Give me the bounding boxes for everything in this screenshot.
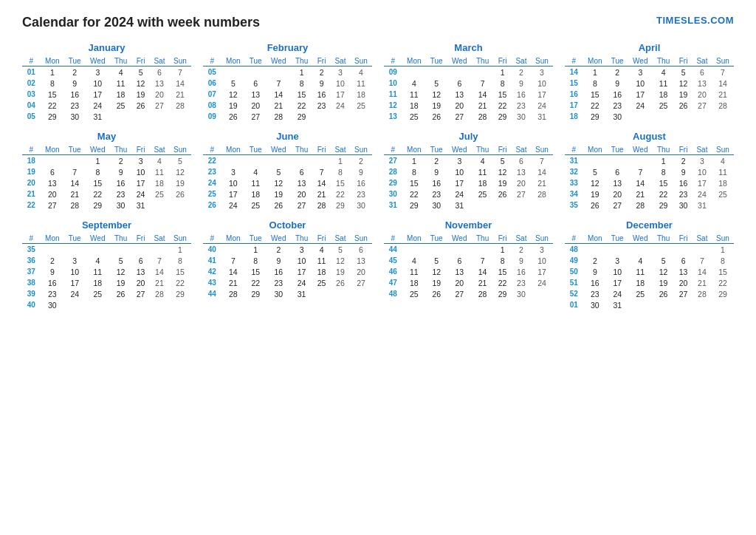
day-cell[interactable]: 5 — [426, 78, 447, 89]
day-cell[interactable]: 25 — [628, 288, 653, 299]
day-cell[interactable]: 23 — [41, 288, 64, 299]
day-cell[interactable]: 31 — [607, 299, 628, 310]
day-cell[interactable]: 2 — [110, 155, 131, 167]
day-cell[interactable]: 4 — [712, 155, 734, 167]
day-cell[interactable]: 27 — [693, 100, 712, 111]
day-cell[interactable]: 9 — [512, 255, 531, 266]
day-cell[interactable]: 18 — [86, 277, 110, 288]
day-cell[interactable]: 11 — [402, 89, 426, 100]
day-cell[interactable]: 20 — [150, 89, 169, 100]
day-cell[interactable]: 30 — [110, 200, 131, 211]
day-cell[interactable]: 29 — [583, 111, 607, 122]
day-cell[interactable]: 10 — [291, 255, 312, 266]
day-cell[interactable]: 26 — [131, 100, 150, 111]
day-cell[interactable]: 16 — [110, 177, 131, 188]
day-cell[interactable]: 1 — [712, 244, 734, 256]
day-cell[interactable]: 27 — [447, 111, 472, 122]
day-cell[interactable]: 7 — [150, 255, 169, 266]
day-cell[interactable]: 19 — [493, 177, 512, 188]
day-cell[interactable]: 9 — [512, 78, 531, 89]
day-cell[interactable]: 26 — [426, 111, 447, 122]
day-cell[interactable]: 11 — [402, 266, 426, 277]
day-cell[interactable]: 25 — [653, 100, 674, 111]
day-cell[interactable]: 14 — [267, 89, 291, 100]
day-cell[interactable]: 7 — [472, 78, 493, 89]
day-cell[interactable]: 6 — [447, 255, 472, 266]
day-cell[interactable]: 9 — [583, 266, 607, 277]
day-cell[interactable]: 25 — [86, 288, 110, 299]
day-cell[interactable]: 18 — [402, 100, 426, 111]
day-cell[interactable]: 14 — [628, 177, 653, 188]
day-cell[interactable]: 22 — [493, 277, 512, 288]
day-cell[interactable]: 12 — [169, 166, 191, 177]
day-cell[interactable]: 2 — [312, 67, 331, 78]
day-cell[interactable]: 18 — [350, 89, 372, 100]
day-cell[interactable]: 9 — [312, 78, 331, 89]
day-cell[interactable]: 14 — [693, 266, 712, 277]
day-cell[interactable]: 5 — [653, 255, 674, 266]
day-cell[interactable]: 5 — [110, 255, 131, 266]
day-cell[interactable]: 1 — [583, 67, 607, 78]
day-cell[interactable]: 3 — [628, 67, 653, 78]
day-cell[interactable]: 15 — [653, 177, 674, 188]
day-cell[interactable]: 18 — [110, 89, 131, 100]
day-cell[interactable]: 2 — [426, 155, 447, 167]
day-cell[interactable]: 8 — [402, 166, 426, 177]
day-cell[interactable]: 13 — [291, 177, 312, 188]
day-cell[interactable]: 6 — [693, 67, 712, 78]
day-cell[interactable]: 22 — [245, 277, 267, 288]
day-cell[interactable]: 1 — [86, 155, 110, 167]
day-cell[interactable]: 4 — [350, 67, 372, 78]
day-cell[interactable]: 25 — [110, 100, 131, 111]
day-cell[interactable]: 2 — [64, 67, 86, 78]
day-cell[interactable]: 8 — [331, 166, 350, 177]
day-cell[interactable]: 3 — [693, 155, 712, 167]
day-cell[interactable]: 18 — [653, 89, 674, 100]
day-cell[interactable]: 29 — [245, 288, 267, 299]
day-cell[interactable]: 2 — [512, 244, 531, 256]
day-cell[interactable]: 27 — [150, 100, 169, 111]
day-cell[interactable]: 31 — [531, 111, 553, 122]
day-cell[interactable]: 3 — [221, 166, 245, 177]
day-cell[interactable]: 27 — [131, 288, 150, 299]
day-cell[interactable]: 5 — [674, 67, 693, 78]
day-cell[interactable]: 8 — [169, 255, 191, 266]
day-cell[interactable]: 13 — [674, 266, 693, 277]
day-cell[interactable]: 24 — [221, 200, 245, 211]
day-cell[interactable]: 10 — [447, 166, 472, 177]
day-cell[interactable]: 28 — [531, 188, 553, 200]
day-cell[interactable]: 21 — [64, 188, 86, 200]
day-cell[interactable]: 5 — [331, 244, 350, 256]
day-cell[interactable]: 30 — [41, 299, 64, 310]
day-cell[interactable]: 29 — [493, 288, 512, 299]
day-cell[interactable]: 28 — [169, 100, 191, 111]
day-cell[interactable]: 21 — [712, 89, 734, 100]
day-cell[interactable]: 15 — [331, 177, 350, 188]
day-cell[interactable]: 23 — [512, 100, 531, 111]
day-cell[interactable]: 12 — [674, 78, 693, 89]
day-cell[interactable]: 24 — [291, 277, 312, 288]
day-cell[interactable]: 21 — [472, 100, 493, 111]
day-cell[interactable]: 26 — [110, 288, 131, 299]
day-cell[interactable]: 30 — [607, 111, 628, 122]
day-cell[interactable]: 9 — [64, 78, 86, 89]
day-cell[interactable]: 30 — [350, 200, 372, 211]
day-cell[interactable]: 19 — [131, 89, 150, 100]
day-cell[interactable]: 5 — [583, 166, 607, 177]
day-cell[interactable]: 22 — [493, 100, 512, 111]
day-cell[interactable]: 14 — [472, 266, 493, 277]
day-cell[interactable]: 12 — [653, 266, 674, 277]
day-cell[interactable]: 12 — [493, 166, 512, 177]
day-cell[interactable]: 28 — [221, 288, 245, 299]
day-cell[interactable]: 23 — [426, 188, 447, 200]
day-cell[interactable]: 20 — [447, 277, 472, 288]
day-cell[interactable]: 1 — [41, 67, 64, 78]
day-cell[interactable]: 30 — [426, 200, 447, 211]
day-cell[interactable]: 21 — [267, 100, 291, 111]
day-cell[interactable]: 19 — [331, 266, 350, 277]
day-cell[interactable]: 13 — [150, 78, 169, 89]
day-cell[interactable]: 27 — [245, 111, 267, 122]
day-cell[interactable]: 15 — [402, 177, 426, 188]
day-cell[interactable]: 11 — [350, 78, 372, 89]
day-cell[interactable]: 27 — [41, 200, 64, 211]
